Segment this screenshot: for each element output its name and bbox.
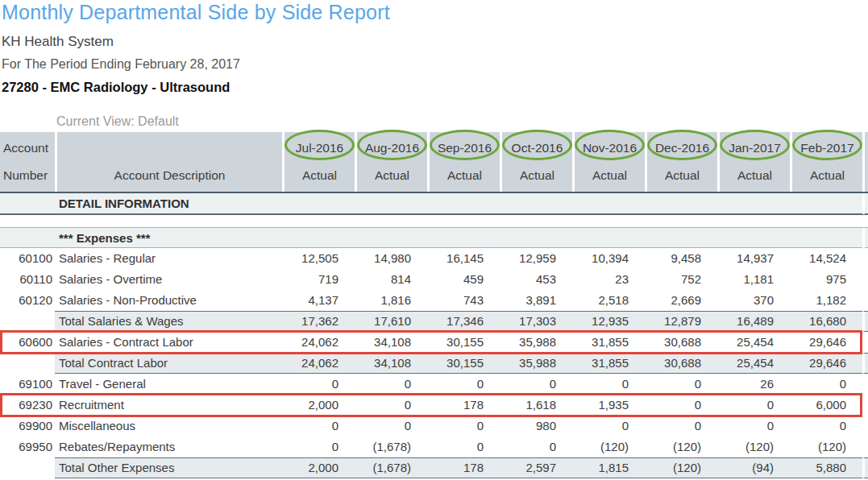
table-row: 69230 Recruitment 2,000 0 178 1,618 1,93… <box>0 395 868 416</box>
value-cell: 35,988 <box>500 332 572 353</box>
value-cell: 5,880 <box>790 457 862 478</box>
table-header-row: Account Number Account Description Jul-2… <box>0 132 868 193</box>
value-cell: 14,937 <box>717 248 790 269</box>
value-cell: 12,879 <box>645 311 717 332</box>
value-cell: 0 <box>790 374 862 395</box>
actual-label: Actual <box>575 165 645 186</box>
value-cell: 1,816 <box>355 290 427 311</box>
account-number-cell <box>0 457 55 478</box>
value-cell: 0 <box>500 437 572 457</box>
group-header-row: *** Expenses *** <box>0 227 868 248</box>
value-cell: 9,458 <box>645 248 717 269</box>
value-cell: 752 <box>645 269 717 290</box>
row-sliver <box>862 395 868 416</box>
table-row: 60110 Salaries - Overtime 719 814 459 45… <box>0 269 868 290</box>
month-header-dec-2016: Dec-2016 Actual <box>645 132 717 192</box>
account-description-header-label: Account Description <box>57 165 282 186</box>
value-cell: 1,182 <box>790 290 862 311</box>
account-description-cell: Total Salaries & Wages <box>55 311 282 332</box>
department-line: 27280 - EMC Radiology - Ultrasound <box>2 80 868 95</box>
row-sliver <box>862 290 868 311</box>
table-row: 69900 Miscellaneous 0 0 0 980 0 0 0 0 <box>0 416 868 437</box>
value-cell: 0 <box>282 437 355 457</box>
value-cell: 35,988 <box>500 353 572 374</box>
value-cell: (1,678) <box>355 437 427 457</box>
value-cell: 30,155 <box>427 353 500 374</box>
month-label: Jan-2017 <box>729 141 781 155</box>
account-description-cell: Salaries - Overtime <box>55 269 282 290</box>
value-cell: 0 <box>645 416 717 437</box>
row-sliver <box>862 332 868 353</box>
value-cell: (94) <box>717 457 790 478</box>
value-cell: 14,980 <box>355 248 427 269</box>
value-cell: 3,891 <box>500 290 572 311</box>
organization-name: KH Health System <box>2 34 868 50</box>
value-cell: 31,855 <box>572 353 645 374</box>
actual-label: Actual <box>792 165 862 186</box>
value-cell: (120) <box>572 437 645 457</box>
value-cell: 370 <box>717 290 790 311</box>
table-row: 69100 Travel - General 0 0 0 0 0 0 26 0 <box>0 374 868 395</box>
account-description-cell: Rebates/Repayments <box>55 437 282 457</box>
account-description-cell: Total Other Expenses <box>55 457 282 478</box>
actual-label: Actual <box>430 165 500 186</box>
month-label: Sep-2016 <box>438 141 492 155</box>
value-cell: 719 <box>282 269 355 290</box>
actual-label: Actual <box>502 165 572 186</box>
value-cell: 0 <box>572 374 645 395</box>
row-sliver <box>862 437 868 457</box>
value-cell: 30,155 <box>427 332 500 353</box>
account-description-cell: Total Contract Labor <box>55 353 282 374</box>
period-line: For The Period Ending February 28, 2017 <box>2 57 868 72</box>
value-cell: 0 <box>355 395 427 416</box>
month-header-jan-2017: Jan-2017 Actual <box>717 132 790 192</box>
account-number-cell: 60100 <box>0 248 55 269</box>
table-body: 60100 Salaries - Regular 12,505 14,980 1… <box>0 248 868 478</box>
value-cell: 25,454 <box>717 353 790 374</box>
value-cell: 25,454 <box>717 332 790 353</box>
row-sliver <box>862 269 868 290</box>
row-sliver <box>862 374 868 395</box>
value-cell: 1,815 <box>572 457 645 478</box>
value-cell: 17,303 <box>500 311 572 332</box>
value-cell: 0 <box>282 416 355 437</box>
value-cell: 34,108 <box>355 332 427 353</box>
month-label: Nov-2016 <box>583 141 637 155</box>
account-description-cell: Salaries - Non-Productive <box>55 290 282 311</box>
actual-label: Actual <box>720 165 790 186</box>
value-cell: 0 <box>717 395 790 416</box>
page-title: Monthly Departmental Side by Side Report <box>2 1 868 24</box>
account-number-cell <box>0 311 55 332</box>
current-view-selector[interactable]: Current View: Default <box>56 114 179 129</box>
month-label: Oct-2016 <box>512 141 563 155</box>
account-description-cell: Travel - General <box>55 374 282 395</box>
value-cell: 2,597 <box>500 457 572 478</box>
value-cell: 0 <box>717 416 790 437</box>
value-cell: 6,000 <box>790 395 862 416</box>
account-number-cell: 60600 <box>0 332 55 353</box>
row-sliver <box>862 457 868 478</box>
value-cell: 23 <box>572 269 645 290</box>
value-cell: (1,678) <box>355 457 427 478</box>
month-header-sep-2016: Sep-2016 Actual <box>427 132 500 192</box>
value-cell: (120) <box>645 437 717 457</box>
account-description-cell: Salaries - Contract Labor <box>55 332 282 353</box>
value-cell: 980 <box>500 416 572 437</box>
month-header-nov-2016: Nov-2016 Actual <box>572 132 645 192</box>
table-row: Total Salaries & Wages 17,362 17,610 17,… <box>0 311 868 332</box>
account-number-cell: 60120 <box>0 290 55 311</box>
account-number-header: Account Number <box>0 132 55 192</box>
actual-label: Actual <box>357 165 427 186</box>
value-cell: 29,646 <box>790 332 862 353</box>
value-cell: 1,618 <box>500 395 572 416</box>
value-cell: 24,062 <box>282 353 355 374</box>
table-row: 69950 Rebates/Repayments 0 (1,678) 0 0 (… <box>0 437 868 457</box>
value-cell: 0 <box>427 374 500 395</box>
value-cell: 16,680 <box>790 311 862 332</box>
value-cell: 24,062 <box>282 332 355 353</box>
account-description-cell: Salaries - Regular <box>55 248 282 269</box>
actual-label: Actual <box>284 165 355 186</box>
table-row: 60600 Salaries - Contract Labor 24,062 3… <box>0 332 868 353</box>
account-description-cell: Recruitment <box>55 395 282 416</box>
value-cell: 26 <box>717 374 790 395</box>
